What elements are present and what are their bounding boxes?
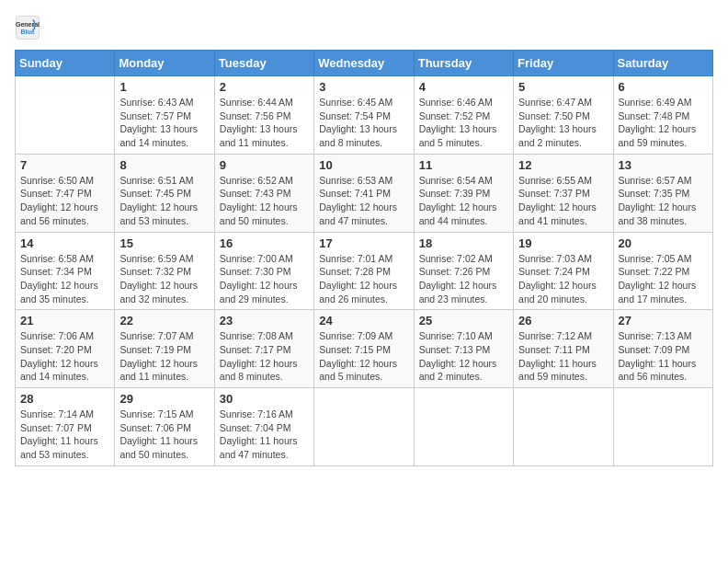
calendar-cell: 28Sunrise: 7:14 AM Sunset: 7:07 PM Dayli… [16, 388, 115, 466]
day-number: 6 [619, 80, 708, 94]
calendar-cell: 24Sunrise: 7:09 AM Sunset: 7:15 PM Dayli… [314, 310, 414, 388]
svg-rect-0 [16, 16, 39, 39]
calendar-cell: 23Sunrise: 7:08 AM Sunset: 7:17 PM Dayli… [214, 310, 313, 388]
calendar-cell: 4Sunrise: 6:46 AM Sunset: 7:52 PM Daylig… [414, 76, 513, 155]
day-number: 25 [419, 314, 508, 327]
day-number: 21 [20, 314, 109, 327]
calendar-cell [613, 388, 712, 466]
calendar-cell: 30Sunrise: 7:16 AM Sunset: 7:04 PM Dayli… [214, 388, 313, 466]
week-row-1: 1Sunrise: 6:43 AM Sunset: 7:57 PM Daylig… [16, 76, 713, 155]
day-number: 29 [119, 392, 209, 406]
day-number: 23 [220, 314, 309, 327]
calendar-cell: 12Sunrise: 6:55 AM Sunset: 7:37 PM Dayli… [514, 154, 613, 232]
day-number: 28 [20, 392, 109, 406]
week-row-4: 21Sunrise: 7:06 AM Sunset: 7:20 PM Dayli… [16, 310, 713, 388]
day-info: Sunrise: 6:55 AM Sunset: 7:37 PM Dayligh… [518, 174, 608, 228]
day-info: Sunrise: 7:06 AM Sunset: 7:20 PM Dayligh… [20, 329, 109, 384]
day-number: 16 [220, 236, 309, 250]
svg-text:General: General [16, 21, 40, 28]
day-info: Sunrise: 7:10 AM Sunset: 7:13 PM Dayligh… [419, 329, 508, 384]
calendar-cell: 29Sunrise: 7:15 AM Sunset: 7:06 PM Dayli… [115, 388, 214, 466]
day-info: Sunrise: 6:45 AM Sunset: 7:54 PM Dayligh… [319, 96, 408, 150]
day-number: 13 [619, 158, 708, 172]
day-info: Sunrise: 6:59 AM Sunset: 7:32 PM Dayligh… [119, 252, 209, 306]
day-number: 11 [419, 158, 508, 172]
weekday-header-sunday: Sunday [16, 51, 115, 76]
day-info: Sunrise: 6:49 AM Sunset: 7:48 PM Dayligh… [619, 96, 708, 150]
day-number: 4 [419, 80, 508, 94]
day-info: Sunrise: 6:43 AM Sunset: 7:57 PM Dayligh… [119, 96, 209, 150]
day-info: Sunrise: 7:09 AM Sunset: 7:15 PM Dayligh… [319, 329, 408, 384]
day-number: 12 [518, 158, 608, 172]
day-number: 20 [619, 236, 708, 250]
day-info: Sunrise: 6:51 AM Sunset: 7:45 PM Dayligh… [119, 174, 209, 228]
day-info: Sunrise: 7:05 AM Sunset: 7:22 PM Dayligh… [619, 252, 708, 306]
day-number: 5 [518, 80, 608, 94]
day-info: Sunrise: 6:54 AM Sunset: 7:39 PM Dayligh… [419, 174, 508, 228]
day-number: 30 [220, 392, 309, 406]
calendar-cell: 3Sunrise: 6:45 AM Sunset: 7:54 PM Daylig… [314, 76, 414, 155]
day-info: Sunrise: 6:57 AM Sunset: 7:35 PM Dayligh… [619, 174, 708, 228]
calendar-cell: 13Sunrise: 6:57 AM Sunset: 7:35 PM Dayli… [613, 154, 712, 232]
calendar-cell: 11Sunrise: 6:54 AM Sunset: 7:39 PM Dayli… [414, 154, 513, 232]
calendar-cell: 17Sunrise: 7:01 AM Sunset: 7:28 PM Dayli… [314, 232, 414, 310]
page-header: General Blue [15, 15, 713, 40]
calendar-cell: 9Sunrise: 6:52 AM Sunset: 7:43 PM Daylig… [214, 154, 313, 232]
weekday-header-friday: Friday [514, 51, 613, 76]
day-info: Sunrise: 7:15 AM Sunset: 7:06 PM Dayligh… [119, 408, 209, 462]
day-number: 24 [319, 314, 408, 327]
calendar-cell: 15Sunrise: 6:59 AM Sunset: 7:32 PM Dayli… [115, 232, 214, 310]
day-info: Sunrise: 6:52 AM Sunset: 7:43 PM Dayligh… [220, 174, 309, 228]
day-info: Sunrise: 7:08 AM Sunset: 7:17 PM Dayligh… [220, 329, 309, 384]
day-info: Sunrise: 6:53 AM Sunset: 7:41 PM Dayligh… [319, 174, 408, 228]
week-row-5: 28Sunrise: 7:14 AM Sunset: 7:07 PM Dayli… [16, 388, 713, 466]
day-info: Sunrise: 7:00 AM Sunset: 7:30 PM Dayligh… [220, 252, 309, 306]
week-row-2: 7Sunrise: 6:50 AM Sunset: 7:47 PM Daylig… [16, 154, 713, 232]
weekday-header-tuesday: Tuesday [214, 51, 313, 76]
day-number: 15 [119, 236, 209, 250]
logo: General Blue [15, 15, 42, 40]
day-number: 19 [518, 236, 608, 250]
calendar-cell: 14Sunrise: 6:58 AM Sunset: 7:34 PM Dayli… [16, 232, 115, 310]
day-number: 18 [419, 236, 508, 250]
day-info: Sunrise: 6:58 AM Sunset: 7:34 PM Dayligh… [20, 252, 109, 306]
calendar-cell [314, 388, 414, 466]
day-number: 27 [619, 314, 708, 327]
day-number: 17 [319, 236, 408, 250]
day-number: 2 [220, 80, 309, 94]
day-info: Sunrise: 7:01 AM Sunset: 7:28 PM Dayligh… [319, 252, 408, 306]
day-info: Sunrise: 6:44 AM Sunset: 7:56 PM Dayligh… [220, 96, 309, 150]
calendar-cell: 20Sunrise: 7:05 AM Sunset: 7:22 PM Dayli… [613, 232, 712, 310]
calendar-cell: 21Sunrise: 7:06 AM Sunset: 7:20 PM Dayli… [16, 310, 115, 388]
day-info: Sunrise: 6:46 AM Sunset: 7:52 PM Dayligh… [419, 96, 508, 150]
weekday-header-monday: Monday [115, 51, 214, 76]
day-number: 10 [319, 158, 408, 172]
calendar-cell: 16Sunrise: 7:00 AM Sunset: 7:30 PM Dayli… [214, 232, 313, 310]
day-info: Sunrise: 7:14 AM Sunset: 7:07 PM Dayligh… [20, 408, 109, 462]
calendar-cell: 27Sunrise: 7:13 AM Sunset: 7:09 PM Dayli… [613, 310, 712, 388]
day-number: 14 [20, 236, 109, 250]
day-info: Sunrise: 6:50 AM Sunset: 7:47 PM Dayligh… [20, 174, 109, 228]
logo-icon: General Blue [15, 15, 40, 40]
calendar-cell: 2Sunrise: 6:44 AM Sunset: 7:56 PM Daylig… [214, 76, 313, 155]
calendar-cell: 19Sunrise: 7:03 AM Sunset: 7:24 PM Dayli… [514, 232, 613, 310]
weekday-header-wednesday: Wednesday [314, 51, 414, 76]
day-info: Sunrise: 7:03 AM Sunset: 7:24 PM Dayligh… [518, 252, 608, 306]
calendar-cell: 26Sunrise: 7:12 AM Sunset: 7:11 PM Dayli… [514, 310, 613, 388]
weekday-header-saturday: Saturday [613, 51, 712, 76]
day-number: 9 [220, 158, 309, 172]
calendar-cell [16, 76, 115, 155]
weekday-header-thursday: Thursday [414, 51, 513, 76]
calendar-cell: 10Sunrise: 6:53 AM Sunset: 7:41 PM Dayli… [314, 154, 414, 232]
day-info: Sunrise: 7:16 AM Sunset: 7:04 PM Dayligh… [220, 408, 309, 462]
day-info: Sunrise: 7:07 AM Sunset: 7:19 PM Dayligh… [119, 329, 209, 384]
calendar-cell: 1Sunrise: 6:43 AM Sunset: 7:57 PM Daylig… [115, 76, 214, 155]
day-number: 1 [119, 80, 209, 94]
day-info: Sunrise: 6:47 AM Sunset: 7:50 PM Dayligh… [518, 96, 608, 150]
day-number: 7 [20, 158, 109, 172]
calendar-cell: 22Sunrise: 7:07 AM Sunset: 7:19 PM Dayli… [115, 310, 214, 388]
day-number: 3 [319, 80, 408, 94]
calendar-cell [414, 388, 513, 466]
calendar-cell: 25Sunrise: 7:10 AM Sunset: 7:13 PM Dayli… [414, 310, 513, 388]
week-row-3: 14Sunrise: 6:58 AM Sunset: 7:34 PM Dayli… [16, 232, 713, 310]
